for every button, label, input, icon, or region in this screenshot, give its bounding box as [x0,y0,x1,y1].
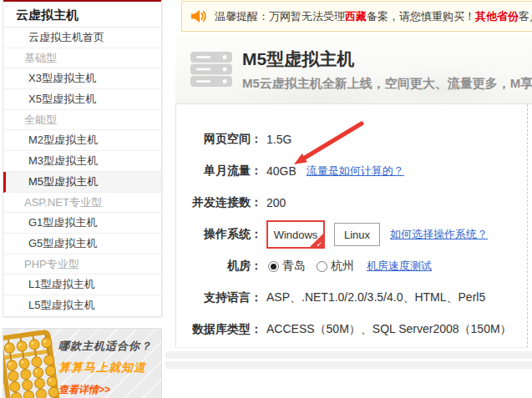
os-label: 操作系统： [176,227,262,242]
promo-details-link[interactable]: 查看详情>> [58,383,110,397]
web-space-value: 1.5G [266,133,291,146]
row-os: 操作系统： Windows ✓ Linux 如何选择操作系统？ [176,219,527,250]
notice-highlight-provinces: 其他省份 [475,10,519,23]
radio-hangzhou-label[interactable]: 杭州 [331,259,354,274]
database-value: ACCESS（50M）、SQL Server2008（150M） [266,322,512,337]
product-header: M5型虚拟主机 M5云虚拟主机全新上线，空间更大、流量更多，M享的价格 [175,33,532,104]
row-connections: 并发连接数： 200 [176,187,527,219]
sidebar-item[interactable]: X5型虚拟主机 [3,89,161,110]
radio-qingdao-label[interactable]: 青岛 [282,259,306,274]
os-windows-button[interactable]: Windows ✓ [266,220,325,249]
row-database: 数据库类型： ACCESS（50M）、SQL Server2008（150M） [176,314,527,345]
traffic-value: 40GB [266,164,296,178]
connections-label: 并发连接数： [176,195,262,210]
sidebar-item[interactable]: G1型虚拟主机 [3,213,161,234]
sidebar: 云虚拟主机 云虚拟主机首页基础型X3型虚拟主机X5型虚拟主机全能型M2型虚拟主机… [3,0,162,317]
sidebar-item-list: 云虚拟主机首页基础型X3型虚拟主机X5型虚拟主机全能型M2型虚拟主机M3型虚拟主… [3,28,161,316]
sidebar-item[interactable]: M2型虚拟主机 [3,130,161,151]
notice-bar: 温馨提醒：万网暂无法受理西藏备案，请您慎重购买！其他省份客户请放心购买 [181,1,532,32]
page-subtitle: M5云虚拟主机全新上线，空间更大、流量更多，M享的价格 [242,76,532,92]
notice-text: 温馨提醒：万网暂无法受理西藏备案，请您慎重购买！其他省份客户请放心购买 [215,9,532,24]
row-traffic: 单月流量： 40GB 流量是如何计算的？ [176,155,527,187]
promo-banner[interactable]: 哪款主机适合你？ 算算马上就知道 查看详情>> [3,328,162,398]
sidebar-item[interactable]: M3型虚拟主机 [3,151,161,172]
database-label: 数据库类型： [176,322,262,337]
row-web-space: 网页空间： 1.5G [176,123,527,155]
traffic-help-link[interactable]: 流量是如何计算的？ [307,164,404,179]
row-languages: 支持语言： ASP、.NET1.0/2.0/3.5/4.0、HTML、Perl5 [176,282,527,314]
connections-value: 200 [266,196,286,209]
traffic-label: 单月流量： [176,164,262,179]
web-space-label: 网页空间： [176,132,262,147]
sidebar-item[interactable]: G5型虚拟主机 [3,234,161,254]
radio-qingdao[interactable] [268,261,279,272]
section-strip [165,361,532,369]
sidebar-category: 基础型 [3,48,161,69]
promo-slogan: 算算马上就知道 [58,360,152,375]
datacenter-speed-link[interactable]: 机房速度测试 [367,259,432,274]
notice-highlight-region: 西藏 [345,10,367,23]
languages-value: ASP、.NET1.0/2.0/3.5/4.0、HTML、Perl5 [266,290,485,305]
page: 云虚拟主机 云虚拟主机首页基础型X3型虚拟主机X5型虚拟主机全能型M2型虚拟主机… [0,0,532,398]
datacenter-label: 机房： [176,259,262,274]
speaker-icon [190,9,207,23]
os-help-link[interactable]: 如何选择操作系统？ [390,227,488,242]
sidebar-item[interactable]: M5型虚拟主机 [3,172,161,193]
sidebar-category: PHP专业型 [3,254,161,275]
promo-question: 哪款主机适合你？ [58,339,152,354]
sidebar-item[interactable]: L5型虚拟主机 [3,295,161,316]
sidebar-category: 全能型 [3,110,161,131]
os-linux-button[interactable]: Linux [334,223,380,246]
abacus-image [3,329,62,398]
radio-hangzhou[interactable] [317,261,327,272]
sidebar-category: ASP.NET专业型 [3,193,161,214]
languages-label: 支持语言： [176,290,262,305]
sidebar-item[interactable]: L1型虚拟主机 [3,275,161,295]
sidebar-item[interactable]: X3型虚拟主机 [3,68,161,89]
server-icon [190,52,232,87]
page-title: M5型虚拟主机 [242,48,532,71]
check-icon: ✓ [316,240,322,249]
spec-panel: 网页空间： 1.5G 单月流量： 40GB 流量是如何计算的？ 并发连接数： 2… [175,104,528,348]
section-strip [165,351,532,359]
sidebar-title: 云虚拟主机 [3,2,161,28]
sidebar-item[interactable]: 云虚拟主机首页 [3,28,161,48]
sidebar-top-accent [3,0,161,2]
row-datacenter: 机房： 青岛 杭州 机房速度测试 [176,250,527,282]
